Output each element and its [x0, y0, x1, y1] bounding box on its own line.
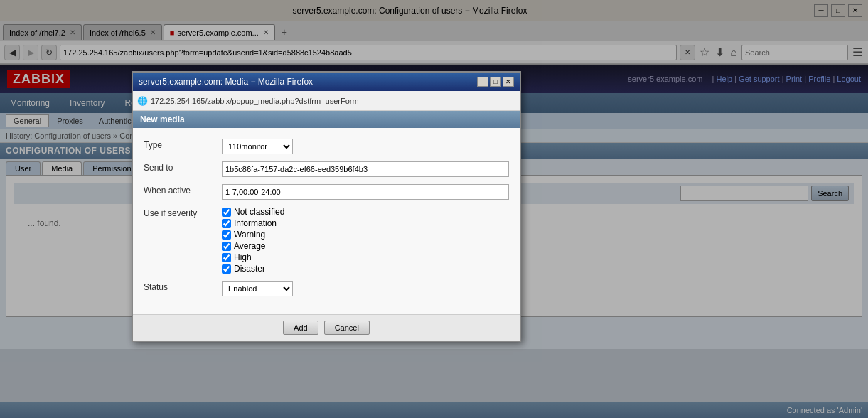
cancel-button[interactable]: Cancel [324, 321, 370, 335]
modal-page-icon: 🌐 [137, 96, 148, 106]
modal-title: server5.example.com: Media − Mozilla Fir… [139, 77, 313, 87]
severity-not-classified-checkbox[interactable] [222, 208, 231, 217]
status-select[interactable]: Enabled Disabled [222, 281, 293, 296]
send-to-label: Send to [144, 161, 222, 173]
type-control: 110monitor [222, 139, 509, 154]
send-to-input[interactable] [222, 161, 509, 177]
modal-window: server5.example.com: Media − Mozilla Fir… [132, 71, 521, 342]
modal-footer: Add Cancel [133, 314, 520, 341]
send-to-control [222, 161, 509, 177]
modal-restore-button[interactable]: □ [490, 77, 501, 87]
status-control: Enabled Disabled [222, 281, 509, 296]
severity-information[interactable]: Information [222, 218, 509, 228]
when-active-control [222, 184, 509, 200]
use-if-severity-label: Use if severity [144, 207, 222, 218]
when-active-label: When active [144, 184, 222, 195]
modal-minimize-button[interactable]: ─ [477, 77, 488, 87]
send-to-row: Send to [144, 161, 509, 177]
severity-average[interactable]: Average [222, 241, 509, 251]
modal-body: Type 110monitor Send to When active [133, 128, 520, 314]
modal-title-bar: server5.example.com: Media − Mozilla Fir… [133, 73, 520, 91]
type-select[interactable]: 110monitor [222, 139, 293, 154]
severity-high-checkbox[interactable] [222, 253, 231, 262]
severity-disaster[interactable]: Disaster [222, 264, 509, 274]
severity-warning[interactable]: Warning [222, 230, 509, 240]
severity-high[interactable]: High [222, 252, 509, 262]
when-active-input[interactable] [222, 184, 509, 200]
status-label: Status [144, 281, 222, 292]
status-row: Status Enabled Disabled [144, 281, 509, 296]
modal-address-bar: 🌐 172.25.254.165/zabbix/popup_media.php?… [133, 91, 520, 111]
modal-address: 172.25.254.165/zabbix/popup_media.php?ds… [151, 97, 359, 105]
type-label: Type [144, 139, 222, 150]
severity-average-checkbox[interactable] [222, 242, 231, 251]
modal-header: New media [133, 111, 520, 128]
severity-checkboxes: Not classified Information Warning Avera… [222, 207, 509, 274]
severity-information-checkbox[interactable] [222, 219, 231, 228]
modal-overlay: server5.example.com: Media − Mozilla Fir… [0, 0, 868, 349]
add-button[interactable]: Add [283, 321, 318, 335]
modal-close-button[interactable]: ✕ [503, 77, 514, 87]
when-active-row: When active [144, 184, 509, 200]
severity-not-classified[interactable]: Not classified [222, 207, 509, 217]
modal-title-controls: ─ □ ✕ [477, 77, 514, 87]
severity-row: Use if severity Not classified Informati… [144, 207, 509, 274]
severity-disaster-checkbox[interactable] [222, 264, 231, 274]
severity-warning-checkbox[interactable] [222, 230, 231, 240]
type-row: Type 110monitor [144, 139, 509, 154]
